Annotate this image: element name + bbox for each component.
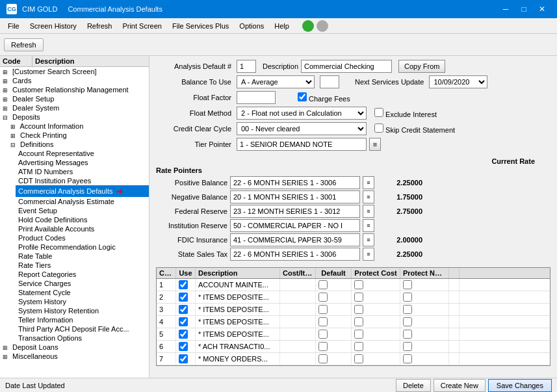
menu-file[interactable]: File xyxy=(3,21,25,31)
tree-item-comm-estimate[interactable]: Commercial Analysis Estimate xyxy=(16,197,149,206)
close-button[interactable]: ✕ xyxy=(534,3,551,16)
tree-item-statement-cycle[interactable]: Statement Cycle xyxy=(16,288,149,297)
cell-default-4[interactable] xyxy=(316,316,352,328)
tree-item-account-info[interactable]: ⊞ Account Information xyxy=(8,122,149,131)
cell-protect-cost-3[interactable] xyxy=(352,304,400,315)
cell-use-5[interactable] xyxy=(176,328,196,340)
tree-item-crm[interactable]: ⊞ Customer Relationship Management xyxy=(0,85,149,94)
cell-default-7[interactable] xyxy=(316,353,352,365)
float-factor-input[interactable] xyxy=(237,91,276,104)
cell-default-2[interactable] xyxy=(316,291,352,303)
tier-pointer-input[interactable] xyxy=(237,138,367,151)
tree-item-system-history[interactable]: System History xyxy=(16,297,149,306)
cell-protect-num-7[interactable] xyxy=(400,353,449,365)
cell-default-3[interactable] xyxy=(316,304,352,315)
tree-item-atm-id[interactable]: ATM ID Numbers xyxy=(16,167,149,176)
fdic-insurance-browse[interactable]: ≡ xyxy=(363,233,374,246)
tree-item-service-charges[interactable]: Service Charges xyxy=(16,279,149,288)
cell-use-4[interactable] xyxy=(176,316,196,328)
cell-default-1[interactable] xyxy=(316,279,352,291)
cell-default-5[interactable] xyxy=(316,328,352,340)
tree-item-hold-code[interactable]: Hold Code Definitions xyxy=(16,215,149,224)
cell-use-7[interactable] xyxy=(176,353,196,365)
menu-file-services[interactable]: File Services Plus xyxy=(167,21,234,31)
balance-to-use-select[interactable]: A - Average L - Ledger xyxy=(237,75,315,88)
cell-protect-cost-1[interactable] xyxy=(352,279,400,291)
cell-protect-num-2[interactable] xyxy=(400,291,449,303)
menu-help[interactable]: Help xyxy=(269,21,294,31)
tree-item-dealer-system[interactable]: ⊞ Dealer System xyxy=(0,103,149,112)
tree-item-print-avail[interactable]: Print Available Accounts xyxy=(16,224,149,233)
federal-reserve-browse[interactable]: ≡ xyxy=(363,205,374,218)
tree-item-rate-table[interactable]: Rate Table xyxy=(16,252,149,261)
balance-extra-input[interactable] xyxy=(320,75,339,88)
skip-credit-checkbox[interactable] xyxy=(374,124,383,133)
tree-item-product-codes[interactable]: Product Codes xyxy=(16,233,149,242)
cell-use-1[interactable] xyxy=(176,279,196,291)
save-changes-button[interactable]: Save Changes xyxy=(488,379,552,392)
create-new-button[interactable]: Create New xyxy=(434,379,486,392)
cell-protect-num-1[interactable] xyxy=(400,279,449,291)
negative-balance-browse[interactable]: ≡ xyxy=(363,190,374,203)
tree-item-third-party[interactable]: Third Party ACH Deposit File Acc... xyxy=(16,324,149,333)
menu-print-screen[interactable]: Print Screen xyxy=(117,21,167,31)
cell-protect-cost-5[interactable] xyxy=(352,328,400,340)
tree-item-check-printing[interactable]: ⊞ Check Printing xyxy=(8,131,149,140)
charge-fees-checkbox[interactable] xyxy=(298,92,307,101)
state-sales-tax-browse[interactable]: ≡ xyxy=(363,248,374,261)
cell-protect-cost-2[interactable] xyxy=(352,291,400,303)
tree-item-customer-search[interactable]: ⊞ [Customer Search Screen] xyxy=(0,67,149,76)
cell-protect-cost-4[interactable] xyxy=(352,316,400,328)
tree-item-profile-rec[interactable]: Profile Recommendation Logic xyxy=(16,242,149,252)
next-services-select[interactable]: 10/09/2020 xyxy=(429,75,487,88)
tree-item-definitions[interactable]: ⊟ Definitions xyxy=(8,140,149,149)
tier-pointer-browse-button[interactable]: ≡ xyxy=(369,138,381,151)
tree-item-commercial-analysis[interactable]: Commercial Analysis Defaults ➜ xyxy=(16,185,149,197)
federal-reserve-input[interactable] xyxy=(230,205,360,218)
description-input[interactable] xyxy=(301,60,392,73)
tree-item-deposit-loans[interactable]: ⊞ Deposit Loans xyxy=(0,343,149,352)
institution-reserve-browse[interactable]: ≡ xyxy=(363,219,374,232)
cell-protect-num-4[interactable] xyxy=(400,316,449,328)
minimize-button[interactable]: ─ xyxy=(497,3,514,16)
cell-use-2[interactable] xyxy=(176,291,196,303)
delete-button[interactable]: Delete xyxy=(396,379,431,392)
credit-clear-cycle-select[interactable]: 00 - Never cleared 01 - Daily xyxy=(237,122,367,135)
cell-protect-num-6[interactable] xyxy=(400,341,449,352)
tree-item-cdt-payees[interactable]: CDT Institution Payees xyxy=(16,176,149,185)
tree-item-dealer-setup[interactable]: ⊞ Dealer Setup xyxy=(0,94,149,103)
cell-protect-num-5[interactable] xyxy=(400,328,449,340)
copy-from-button[interactable]: Copy From xyxy=(398,60,445,73)
positive-balance-input[interactable] xyxy=(230,176,360,189)
tree-item-rate-tiers[interactable]: Rate Tiers xyxy=(16,261,149,270)
tree-item-teller-info[interactable]: Teller Information xyxy=(16,315,149,324)
cell-use-3[interactable] xyxy=(176,304,196,315)
float-method-select[interactable]: 2 - Float not used in Calculation 1 - Fl… xyxy=(237,107,367,120)
state-sales-tax-input[interactable] xyxy=(230,248,360,261)
refresh-button[interactable]: Refresh xyxy=(4,38,44,51)
cell-use-6[interactable] xyxy=(176,341,196,352)
exclude-interest-checkbox[interactable] xyxy=(374,108,383,117)
tree-item-trans-options[interactable]: Transaction Options xyxy=(16,333,149,343)
tree-item-account-rep[interactable]: Account Representative xyxy=(16,149,149,158)
tree-item-deposits[interactable]: ⊟ Deposits xyxy=(0,112,149,122)
fdic-insurance-input[interactable] xyxy=(230,233,360,246)
tree-item-cards[interactable]: ⊞ Cards xyxy=(0,76,149,85)
menu-screen-history[interactable]: Screen History xyxy=(25,21,82,31)
cell-protect-num-3[interactable] xyxy=(400,304,449,315)
negative-balance-input[interactable] xyxy=(230,190,360,203)
institution-reserve-input[interactable] xyxy=(230,219,360,232)
positive-balance-browse[interactable]: ≡ xyxy=(363,176,374,189)
menu-refresh[interactable]: Refresh xyxy=(82,21,118,31)
menu-options[interactable]: Options xyxy=(234,21,269,31)
tree-item-event-setup[interactable]: Event Setup xyxy=(16,206,149,215)
maximize-button[interactable]: □ xyxy=(515,3,532,16)
cell-default-6[interactable] xyxy=(316,341,352,352)
tree-item-adv-messages[interactable]: Advertising Messages xyxy=(16,158,149,167)
tree-item-sys-hist-ret[interactable]: System History Retention xyxy=(16,306,149,315)
cell-protect-cost-7[interactable] xyxy=(352,353,400,365)
tree-item-miscellaneous[interactable]: ⊞ Miscellaneous xyxy=(0,352,149,361)
cell-protect-cost-6[interactable] xyxy=(352,341,400,352)
tree-item-report-cats[interactable]: Report Categories xyxy=(16,270,149,279)
analysis-default-input[interactable] xyxy=(237,60,256,73)
